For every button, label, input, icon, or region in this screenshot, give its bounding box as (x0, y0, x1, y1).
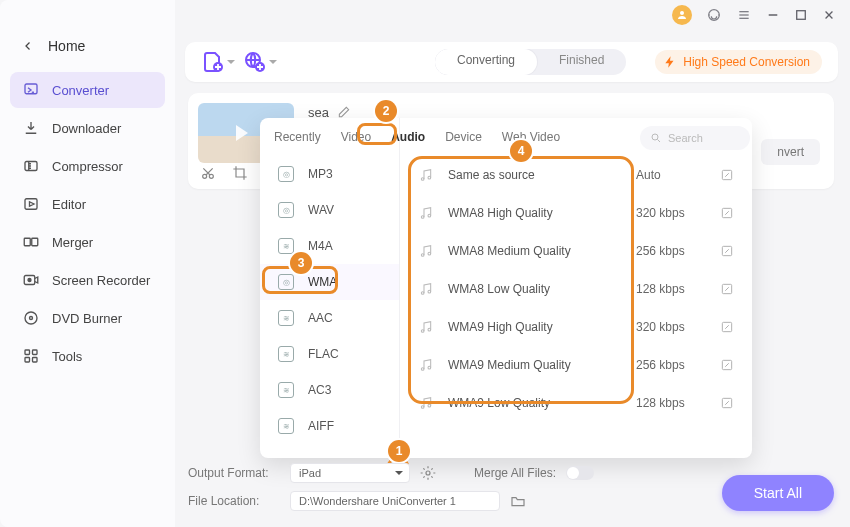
crop-icon[interactable] (232, 165, 248, 181)
trim-icon[interactable] (200, 165, 216, 181)
open-folder-icon[interactable] (510, 493, 526, 509)
chevron-down-icon (227, 60, 235, 68)
sidebar-item-label: Tools (52, 349, 82, 364)
sidebar-item-converter[interactable]: Converter (10, 72, 165, 108)
format-item-ac3[interactable]: ≋AC3 (260, 372, 399, 408)
wave-icon: ≋ (278, 382, 294, 398)
window-minimize[interactable] (766, 8, 780, 22)
disc-icon: ◎ (278, 166, 294, 182)
sidebar-item-editor[interactable]: Editor (10, 186, 165, 222)
format-item-m4a[interactable]: ≋M4A (260, 228, 399, 264)
edit-name-icon[interactable] (337, 105, 351, 119)
edit-icon[interactable] (720, 244, 734, 258)
tab-finished[interactable]: Finished (537, 49, 626, 75)
search-icon (650, 132, 662, 144)
add-url-button[interactable] (243, 50, 267, 74)
edit-icon[interactable] (720, 168, 734, 182)
svg-rect-21 (33, 350, 38, 355)
menu-icon[interactable] (736, 7, 752, 23)
back-icon[interactable] (22, 40, 34, 52)
sidebar-item-screen-recorder[interactable]: Screen Recorder (10, 262, 165, 298)
output-settings-icon[interactable] (420, 465, 436, 481)
svg-point-17 (28, 279, 31, 282)
merge-label: Merge All Files: (474, 466, 556, 480)
tools-icon (22, 347, 40, 365)
sidebar-item-label: Compressor (52, 159, 123, 174)
sidebar-item-compressor[interactable]: Compressor (10, 148, 165, 184)
output-format-select[interactable]: iPad (290, 463, 410, 483)
edit-icon[interactable] (720, 320, 734, 334)
sidebar-item-label: Screen Recorder (52, 273, 150, 288)
format-item-wav[interactable]: ◎WAV (260, 192, 399, 228)
converter-icon (22, 81, 40, 99)
support-icon[interactable] (706, 7, 722, 23)
svg-point-50 (652, 134, 658, 140)
add-file-button[interactable] (201, 50, 225, 74)
svg-rect-20 (25, 350, 30, 355)
high-speed-label: High Speed Conversion (683, 55, 810, 69)
svg-rect-6 (797, 11, 806, 20)
recorder-icon (22, 271, 40, 289)
svg-rect-14 (24, 238, 30, 246)
user-avatar[interactable] (672, 5, 692, 25)
callout-3: 3 (290, 252, 312, 274)
callout-4: 4 (510, 140, 532, 162)
svg-point-18 (25, 312, 37, 324)
bolt-icon (663, 55, 677, 69)
sidebar-item-downloader[interactable]: Downloader (10, 110, 165, 146)
wave-icon: ≋ (278, 418, 294, 434)
status-segment: Converting Finished (435, 49, 626, 75)
window-close[interactable] (822, 8, 836, 22)
callout-2: 2 (375, 100, 397, 122)
dvd-icon (22, 309, 40, 327)
tab-converting[interactable]: Converting (435, 49, 537, 75)
svg-point-48 (428, 404, 431, 407)
merger-icon (22, 233, 40, 251)
chevron-down-icon (395, 471, 403, 479)
format-item-aiff[interactable]: ≋AIFF (260, 408, 399, 444)
disc-icon: ◎ (278, 202, 294, 218)
home-row[interactable]: Home (0, 30, 175, 72)
high-speed-button[interactable]: High Speed Conversion (655, 50, 822, 74)
header-card: Converting Finished High Speed Conversio… (185, 42, 838, 82)
tab-device[interactable]: Device (443, 128, 484, 152)
svg-point-0 (680, 11, 684, 15)
sidebar-item-label: Downloader (52, 121, 121, 136)
sidebar-item-label: Merger (52, 235, 93, 250)
sidebar-item-merger[interactable]: Merger (10, 224, 165, 260)
format-item-mp3[interactable]: ◎MP3 (260, 156, 399, 192)
start-all-button[interactable]: Start All (722, 475, 834, 511)
svg-rect-15 (32, 238, 38, 246)
edit-icon[interactable] (720, 206, 734, 220)
format-item-flac[interactable]: ≋FLAC (260, 336, 399, 372)
svg-rect-23 (33, 358, 38, 363)
svg-line-51 (658, 140, 661, 143)
sidebar-item-tools[interactable]: Tools (10, 338, 165, 374)
svg-point-47 (421, 406, 424, 409)
window-maximize[interactable] (794, 8, 808, 22)
file-location-select[interactable]: D:\Wondershare UniConverter 1 (290, 491, 500, 511)
convert-button[interactable]: nvert (761, 139, 820, 165)
file-location-label: File Location: (188, 494, 280, 508)
search-input[interactable]: Search (640, 126, 750, 150)
compress-icon (22, 157, 40, 175)
chevron-down-icon (269, 60, 277, 68)
svg-marker-13 (30, 202, 35, 207)
download-icon (22, 119, 40, 137)
tab-recently[interactable]: Recently (272, 128, 323, 152)
callout-1: 1 (388, 440, 410, 462)
edit-icon[interactable] (720, 282, 734, 296)
sidebar-item-label: Converter (52, 83, 109, 98)
merge-toggle[interactable] (566, 466, 594, 480)
sidebar: Home Converter Downloader Compressor Edi… (0, 0, 175, 527)
svg-point-52 (426, 471, 430, 475)
sidebar-item-dvd-burner[interactable]: DVD Burner (10, 300, 165, 336)
output-format-label: Output Format: (188, 466, 280, 480)
sidebar-item-label: Editor (52, 197, 86, 212)
annotation-ring (408, 156, 634, 404)
editor-icon (22, 195, 40, 213)
edit-icon[interactable] (720, 396, 734, 410)
format-item-aac[interactable]: ≋AAC (260, 300, 399, 336)
svg-rect-9 (25, 84, 37, 94)
edit-icon[interactable] (720, 358, 734, 372)
